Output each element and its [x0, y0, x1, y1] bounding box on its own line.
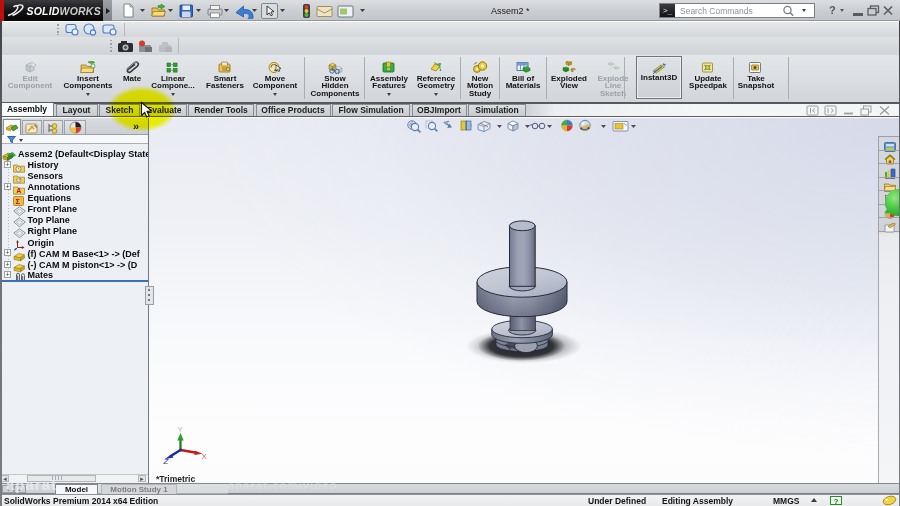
svg-text:SOLIDWORKS: SOLIDWORKS	[27, 5, 101, 17]
svg-text:X: X	[202, 452, 208, 461]
svg-text:Y: Y	[178, 425, 184, 434]
